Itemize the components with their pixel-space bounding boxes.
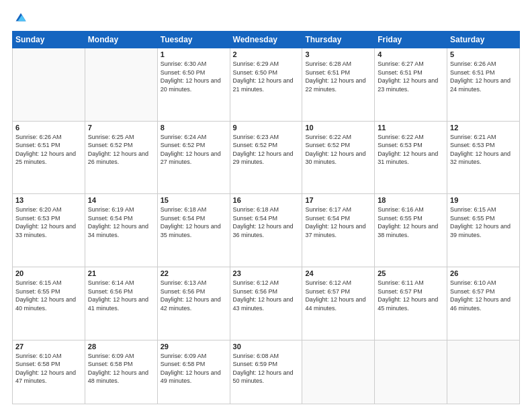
day-number: 2: [233, 50, 300, 58]
day-number: 8: [161, 124, 227, 132]
day-info: Sunrise: 6:18 AM Sunset: 6:54 PM Dayligh…: [161, 205, 227, 239]
day-info: Sunrise: 6:18 AM Sunset: 6:54 PM Dayligh…: [233, 205, 300, 239]
day-number: 10: [305, 124, 371, 132]
calendar-cell: 16Sunrise: 6:18 AM Sunset: 6:54 PM Dayli…: [230, 194, 302, 267]
calendar-day-header: Friday: [375, 32, 447, 48]
calendar-cell: 4Sunrise: 6:27 AM Sunset: 6:51 PM Daylig…: [375, 48, 447, 122]
day-number: 9: [233, 124, 300, 132]
day-info: Sunrise: 6:09 AM Sunset: 6:58 PM Dayligh…: [88, 352, 154, 385]
calendar-cell: [302, 340, 375, 404]
calendar-cell: 7Sunrise: 6:25 AM Sunset: 6:52 PM Daylig…: [85, 121, 157, 194]
header: [12, 12, 520, 24]
calendar-cell: 23Sunrise: 6:12 AM Sunset: 6:56 PM Dayli…: [230, 267, 302, 340]
day-number: 7: [88, 124, 154, 132]
calendar-cell: 20Sunrise: 6:15 AM Sunset: 6:55 PM Dayli…: [13, 267, 85, 340]
day-number: 24: [305, 269, 371, 277]
day-number: 3: [305, 50, 371, 58]
day-number: 21: [88, 269, 154, 277]
calendar-cell: 30Sunrise: 6:08 AM Sunset: 6:59 PM Dayli…: [230, 340, 302, 404]
day-info: Sunrise: 6:14 AM Sunset: 6:56 PM Dayligh…: [88, 279, 154, 312]
day-info: Sunrise: 6:21 AM Sunset: 6:53 PM Dayligh…: [450, 133, 517, 167]
calendar-cell: 2Sunrise: 6:29 AM Sunset: 6:50 PM Daylig…: [230, 48, 302, 122]
calendar-cell: [13, 48, 85, 122]
day-number: 27: [15, 342, 82, 351]
day-number: 19: [450, 196, 517, 204]
day-number: 4: [378, 50, 444, 58]
day-info: Sunrise: 6:15 AM Sunset: 6:55 PM Dayligh…: [15, 279, 82, 312]
calendar-cell: 10Sunrise: 6:22 AM Sunset: 6:52 PM Dayli…: [302, 121, 375, 194]
day-info: Sunrise: 6:28 AM Sunset: 6:51 PM Dayligh…: [305, 60, 371, 93]
day-info: Sunrise: 6:08 AM Sunset: 6:59 PM Dayligh…: [233, 352, 300, 385]
page: SundayMondayTuesdayWednesdayThursdayFrid…: [0, 0, 532, 411]
day-info: Sunrise: 6:20 AM Sunset: 6:53 PM Dayligh…: [15, 205, 82, 239]
calendar-cell: 18Sunrise: 6:16 AM Sunset: 6:55 PM Dayli…: [375, 194, 447, 267]
calendar-cell: 25Sunrise: 6:11 AM Sunset: 6:57 PM Dayli…: [375, 267, 447, 340]
day-number: 16: [233, 196, 300, 204]
calendar-cell: 8Sunrise: 6:24 AM Sunset: 6:52 PM Daylig…: [157, 121, 230, 194]
calendar-cell: 5Sunrise: 6:26 AM Sunset: 6:51 PM Daylig…: [447, 48, 520, 122]
calendar-day-header: Thursday: [302, 32, 375, 48]
day-number: 18: [378, 196, 444, 204]
calendar-table: SundayMondayTuesdayWednesdayThursdayFrid…: [12, 31, 520, 404]
day-number: 29: [161, 342, 227, 351]
day-number: 26: [450, 269, 517, 277]
calendar-cell: 3Sunrise: 6:28 AM Sunset: 6:51 PM Daylig…: [302, 48, 375, 122]
day-info: Sunrise: 6:17 AM Sunset: 6:54 PM Dayligh…: [305, 205, 371, 239]
day-number: 12: [450, 124, 517, 132]
day-number: 28: [88, 342, 154, 351]
calendar-cell: 1Sunrise: 6:30 AM Sunset: 6:50 PM Daylig…: [157, 48, 230, 122]
logo: [12, 12, 27, 24]
day-info: Sunrise: 6:13 AM Sunset: 6:56 PM Dayligh…: [161, 279, 227, 312]
calendar-cell: 6Sunrise: 6:26 AM Sunset: 6:51 PM Daylig…: [13, 121, 85, 194]
calendar-day-header: Tuesday: [157, 32, 230, 48]
day-info: Sunrise: 6:25 AM Sunset: 6:52 PM Dayligh…: [88, 133, 154, 167]
day-info: Sunrise: 6:30 AM Sunset: 6:50 PM Dayligh…: [161, 60, 227, 93]
calendar-cell: 17Sunrise: 6:17 AM Sunset: 6:54 PM Dayli…: [302, 194, 375, 267]
calendar-body: 1Sunrise: 6:30 AM Sunset: 6:50 PM Daylig…: [13, 48, 520, 404]
day-info: Sunrise: 6:10 AM Sunset: 6:58 PM Dayligh…: [15, 352, 82, 385]
day-info: Sunrise: 6:27 AM Sunset: 6:51 PM Dayligh…: [378, 60, 444, 93]
day-info: Sunrise: 6:10 AM Sunset: 6:57 PM Dayligh…: [450, 279, 517, 312]
calendar-cell: 28Sunrise: 6:09 AM Sunset: 6:58 PM Dayli…: [85, 340, 157, 404]
day-info: Sunrise: 6:16 AM Sunset: 6:55 PM Dayligh…: [378, 205, 444, 239]
calendar-day-header: Sunday: [13, 32, 85, 48]
calendar-day-header: Wednesday: [230, 32, 302, 48]
day-info: Sunrise: 6:23 AM Sunset: 6:52 PM Dayligh…: [233, 133, 300, 167]
calendar-cell: [375, 340, 447, 404]
calendar-cell: [85, 48, 157, 122]
day-number: 22: [161, 269, 227, 277]
day-number: 25: [378, 269, 444, 277]
calendar-day-header: Monday: [85, 32, 157, 48]
calendar-cell: 14Sunrise: 6:19 AM Sunset: 6:54 PM Dayli…: [85, 194, 157, 267]
calendar-week-row: 13Sunrise: 6:20 AM Sunset: 6:53 PM Dayli…: [13, 194, 520, 267]
calendar-cell: 11Sunrise: 6:22 AM Sunset: 6:53 PM Dayli…: [375, 121, 447, 194]
logo-icon: [15, 12, 27, 24]
calendar-cell: 13Sunrise: 6:20 AM Sunset: 6:53 PM Dayli…: [13, 194, 85, 267]
calendar-day-header: Saturday: [447, 32, 520, 48]
calendar-cell: 24Sunrise: 6:12 AM Sunset: 6:57 PM Dayli…: [302, 267, 375, 340]
calendar-cell: 27Sunrise: 6:10 AM Sunset: 6:58 PM Dayli…: [13, 340, 85, 404]
day-info: Sunrise: 6:19 AM Sunset: 6:54 PM Dayligh…: [88, 205, 154, 239]
day-number: 1: [161, 50, 227, 58]
day-info: Sunrise: 6:22 AM Sunset: 6:53 PM Dayligh…: [378, 133, 444, 167]
day-number: 14: [88, 196, 154, 204]
day-info: Sunrise: 6:09 AM Sunset: 6:58 PM Dayligh…: [161, 352, 227, 385]
day-number: 17: [305, 196, 371, 204]
calendar-cell: [447, 340, 520, 404]
day-info: Sunrise: 6:24 AM Sunset: 6:52 PM Dayligh…: [161, 133, 227, 167]
day-info: Sunrise: 6:26 AM Sunset: 6:51 PM Dayligh…: [450, 60, 517, 93]
day-info: Sunrise: 6:29 AM Sunset: 6:50 PM Dayligh…: [233, 60, 300, 93]
day-number: 5: [450, 50, 517, 58]
day-info: Sunrise: 6:15 AM Sunset: 6:55 PM Dayligh…: [450, 205, 517, 239]
day-number: 13: [15, 196, 82, 204]
calendar-week-row: 6Sunrise: 6:26 AM Sunset: 6:51 PM Daylig…: [13, 121, 520, 194]
calendar-cell: 19Sunrise: 6:15 AM Sunset: 6:55 PM Dayli…: [447, 194, 520, 267]
calendar-cell: 26Sunrise: 6:10 AM Sunset: 6:57 PM Dayli…: [447, 267, 520, 340]
calendar-week-row: 20Sunrise: 6:15 AM Sunset: 6:55 PM Dayli…: [13, 267, 520, 340]
calendar-cell: 22Sunrise: 6:13 AM Sunset: 6:56 PM Dayli…: [157, 267, 230, 340]
day-number: 11: [378, 124, 444, 132]
day-info: Sunrise: 6:26 AM Sunset: 6:51 PM Dayligh…: [15, 133, 82, 167]
calendar-week-row: 27Sunrise: 6:10 AM Sunset: 6:58 PM Dayli…: [13, 340, 520, 404]
day-number: 6: [15, 124, 82, 132]
calendar-cell: 21Sunrise: 6:14 AM Sunset: 6:56 PM Dayli…: [85, 267, 157, 340]
